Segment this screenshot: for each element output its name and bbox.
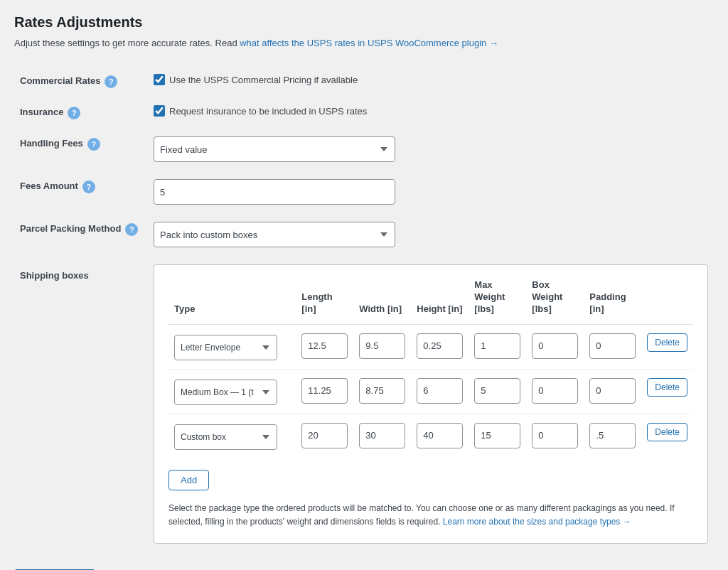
handling-fees-select[interactable]: Fixed value Percentage No handling fee — [154, 136, 395, 162]
row2-width-input[interactable] — [359, 378, 405, 404]
handling-fees-help-icon[interactable]: ? — [87, 138, 100, 151]
row3-type-select[interactable]: Letter Envelope Medium Box — 1 (t Custom… — [174, 424, 277, 450]
row2-height-input[interactable] — [417, 378, 463, 404]
row3-width-input[interactable] — [359, 423, 405, 448]
row1-width-input[interactable] — [359, 333, 405, 359]
row3-delete-button[interactable]: Delete — [647, 423, 687, 441]
col-max-weight: MaxWeight[lbs] — [469, 279, 526, 324]
commercial-rates-label: Commercial Rates — [20, 75, 100, 86]
shipping-boxes-section: Type Length[in] Width [in] Height [in] M… — [154, 264, 708, 544]
col-type: Type — [168, 279, 296, 324]
row2-padding-input[interactable] — [589, 378, 636, 404]
boxes-note-link[interactable]: Learn more about the sizes and package t… — [443, 517, 631, 527]
row3-maxweight-input[interactable] — [474, 423, 520, 448]
col-box-weight: BoxWeight[lbs] — [526, 279, 584, 324]
row3-boxweight-input[interactable] — [532, 423, 578, 448]
subtitle-link[interactable]: what affects the USPS rates in USPS WooC… — [240, 38, 498, 48]
insurance-checkbox-label[interactable]: Request insurance to be included in USPS… — [154, 105, 708, 117]
col-length: Length[in] — [296, 279, 353, 324]
row1-height-input[interactable] — [417, 333, 463, 359]
table-row: Letter Envelope Medium Box — 1 (t Custom… — [168, 414, 693, 458]
commercial-rates-checkbox[interactable] — [154, 74, 165, 85]
row1-delete-button[interactable]: Delete — [647, 333, 687, 352]
boxes-table: Type Length[in] Width [in] Height [in] M… — [168, 279, 693, 458]
col-height: Height [in] — [411, 279, 469, 324]
insurance-help-icon[interactable]: ? — [68, 107, 80, 119]
add-box-button[interactable]: Add — [168, 470, 209, 490]
fees-amount-input[interactable] — [154, 179, 395, 205]
commercial-rates-help-icon[interactable]: ? — [105, 75, 117, 88]
page-subtitle: Adjust these settings to get more accura… — [14, 38, 714, 48]
row2-type-select[interactable]: Letter Envelope Medium Box — 1 (t Custom… — [174, 380, 277, 405]
parcel-packing-label: Parcel Packing Method — [20, 223, 121, 234]
handling-fees-label: Handling Fees — [20, 138, 83, 149]
table-row: Letter Envelope Medium Box — 1 (t Custom… — [168, 369, 693, 414]
row1-maxweight-input[interactable] — [474, 333, 520, 359]
parcel-packing-help-icon[interactable]: ? — [125, 223, 138, 236]
page-title: Rates Adjustments — [14, 14, 714, 31]
col-padding: Padding[in] — [584, 279, 641, 324]
row3-height-input[interactable] — [417, 423, 463, 448]
row2-boxweight-input[interactable] — [532, 378, 578, 404]
fees-amount-label: Fees Amount — [20, 181, 78, 191]
col-actions — [641, 279, 693, 324]
row2-maxweight-input[interactable] — [474, 378, 520, 404]
parcel-packing-select[interactable]: Pack into individual items Pack into box… — [154, 222, 395, 247]
row1-padding-input[interactable] — [589, 333, 636, 359]
row3-length-input[interactable] — [301, 423, 348, 448]
fees-amount-help-icon[interactable]: ? — [82, 181, 95, 193]
row1-boxweight-input[interactable] — [532, 333, 578, 359]
row2-delete-button[interactable]: Delete — [647, 378, 687, 397]
row2-length-input[interactable] — [301, 378, 348, 404]
commercial-rates-checkbox-label[interactable]: Use the USPS Commercial Pricing if avail… — [154, 74, 708, 85]
insurance-checkbox[interactable] — [154, 105, 165, 117]
insurance-label: Insurance — [20, 107, 63, 117]
table-row: Letter Envelope Medium Box — 1 (t Custom… — [168, 324, 693, 369]
col-width: Width [in] — [353, 279, 411, 324]
shipping-boxes-label: Shipping boxes — [20, 270, 89, 281]
row3-padding-input[interactable] — [589, 423, 636, 448]
row1-length-input[interactable] — [301, 333, 348, 359]
row1-type-select[interactable]: Letter Envelope Medium Box — 1 (t Custom… — [174, 335, 277, 360]
boxes-note: Select the package type the ordered prod… — [168, 502, 693, 529]
